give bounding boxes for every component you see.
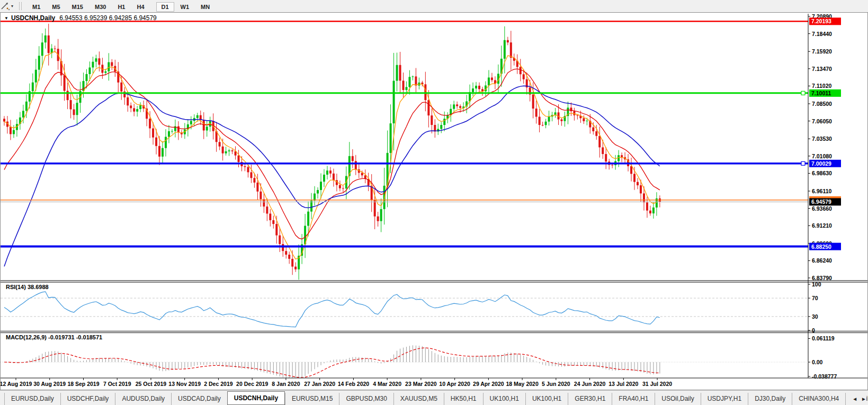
price-chart-canvas[interactable]: 7.208907.184407.159207.134707.110207.085… [1,13,867,389]
svg-text:2 Dec 2019: 2 Dec 2019 [204,381,232,387]
chart-symbol-label: USDCNH,Daily [11,14,55,22]
macd-panel [1,345,808,379]
chart-title: ▼USDCNH,Daily6.94553 6.95239 6.94285 6.9… [4,14,157,22]
svg-text:20 Dec 2019: 20 Dec 2019 [236,381,268,387]
horizontal-lines-layer [1,21,808,246]
timeframe-button-M5[interactable]: M5 [47,2,65,12]
tab-eurusd-m15[interactable]: EURUSD,M15 [285,393,339,405]
svg-text:6.98630: 6.98630 [812,170,832,176]
tab-scroll-right-icon[interactable]: ► [861,396,866,402]
date-axis: 12 Aug 201930 Aug 201918 Sep 20197 Oct 2… [1,378,672,387]
svg-text:6.96110: 6.96110 [812,188,832,194]
drawing-tool-icon[interactable] [1,2,10,11]
candles-layer [3,24,661,280]
tab-uk100-h1[interactable]: UK100,H1 [525,393,568,405]
timeframe-button-W1[interactable]: W1 [175,2,195,12]
svg-text:8 Jan 2020: 8 Jan 2020 [272,381,300,387]
timeframe-button-M30[interactable]: M30 [90,2,111,12]
panel-borders [1,281,867,378]
price-axis: 7.208907.184407.159207.134707.110207.085… [808,13,832,378]
tab-scroll-left-icon[interactable]: ◄ [852,396,857,402]
svg-text:14 Feb 2020: 14 Feb 2020 [338,381,370,387]
tab-china300-h4[interactable]: CHINA300,H4 [792,393,845,405]
svg-text:10 Apr 2020: 10 Apr 2020 [439,381,470,387]
chart-window: 7.208907.184407.159207.134707.110207.085… [0,12,868,390]
svg-text:25 Oct 2019: 25 Oct 2019 [136,381,167,387]
svg-text:6.86240: 6.86240 [812,257,832,264]
toolbar-grip-handle[interactable] [19,2,22,10]
symbol-tab-bar: EURUSD,DailyUSDCHF,DailyAUDUSD,DailyUSDC… [0,390,868,405]
trading-terminal: { "toolbar": { "timeframes": ["M1","M5",… [0,0,868,405]
tab-eurusd-daily[interactable]: EURUSD,Daily [4,393,60,405]
tab-uk100-h1[interactable]: UK100,H1 [483,393,525,405]
tab-ger30-h1[interactable]: GER30,H1 [568,393,612,405]
svg-text:7.08500: 7.08500 [812,101,832,107]
tab-usdcnh-daily[interactable]: USDCNH,Daily [227,391,285,405]
svg-text:30: 30 [812,313,818,320]
svg-text:24 Jun 2020: 24 Jun 2020 [574,381,606,387]
svg-text:-0.038777: -0.038777 [812,373,837,380]
tab-xauusd-m5[interactable]: XAUUSD,M5 [393,393,444,405]
svg-text:7.00029: 7.00029 [811,160,831,167]
svg-text:29 Apr 2020: 29 Apr 2020 [473,381,504,387]
svg-text:27 Jan 2020: 27 Jan 2020 [304,381,335,387]
svg-text:6.94579: 6.94579 [811,199,831,205]
svg-text:18 Sep 2019: 18 Sep 2019 [67,381,99,387]
svg-text:4 Mar 2020: 4 Mar 2020 [373,381,401,387]
svg-text:7.03530: 7.03530 [812,136,832,142]
svg-text:6.91210: 6.91210 [812,222,832,229]
ma-fast-line [4,51,660,259]
chart-ohlc-values: 6.94553 6.95239 6.94285 6.94579 [59,14,157,22]
svg-text:7.01080: 7.01080 [812,153,832,159]
svg-text:31 Jul 2020: 31 Jul 2020 [642,381,672,387]
window-collapse-icon[interactable]: ▼ [4,16,8,21]
svg-text:13 Jul 2020: 13 Jul 2020 [609,381,638,387]
svg-text:6.83790: 6.83790 [812,275,832,281]
svg-text:13 Nov 2019: 13 Nov 2019 [168,381,201,387]
svg-text:7.15920: 7.15920 [812,48,832,55]
tab-usdchf-daily[interactable]: USDCHF,Daily [60,393,115,405]
svg-text:70: 70 [812,295,818,301]
svg-text:7.10011: 7.10011 [811,90,831,96]
chevron-down-icon[interactable]: ▾ [11,4,13,8]
svg-text:6.93660: 6.93660 [812,205,832,212]
moving-averages-layer [4,51,660,266]
rsi-indicator-label: RSI(14) 38.6988 [6,284,49,290]
svg-text:0.061119: 0.061119 [812,335,835,341]
timeframe-button-MN[interactable]: MN [195,2,215,12]
rsi-panel: 10070300 [1,281,821,334]
tab-scroll-controls: ◄ ► [849,396,866,402]
svg-text:7.20193: 7.20193 [811,18,831,24]
tab-usdjpy-h1[interactable]: USDJPY,H1 [701,393,748,405]
svg-text:5 Jun 2020: 5 Jun 2020 [542,381,570,387]
timeframe-button-M1[interactable]: M1 [27,2,46,12]
svg-text:0.00: 0.00 [812,359,823,365]
svg-text:23 Mar 2020: 23 Mar 2020 [405,381,437,387]
tab-audusd-daily[interactable]: AUDUSD,Daily [115,393,171,405]
svg-text:7.18440: 7.18440 [812,31,832,37]
rsi-line [4,292,660,327]
svg-text:18 May 2020: 18 May 2020 [506,381,538,387]
svg-text:12 Aug 2019: 12 Aug 2019 [1,381,32,387]
svg-text:7 Oct 2019: 7 Oct 2019 [103,381,131,387]
tab-hk50-h1[interactable]: HK50,H1 [444,393,483,405]
tab-dj30-daily[interactable]: DJ30,Daily [748,393,792,405]
svg-text:7.06050: 7.06050 [812,118,832,124]
timeframe-button-M15[interactable]: M15 [67,2,88,12]
tab-gbpusd-m30[interactable]: GBPUSD,M30 [339,393,393,405]
timeframe-button-D1[interactable]: D1 [156,2,174,12]
tab-fra40-h1[interactable]: FRA40,H1 [612,393,655,405]
ma-medium-line [4,69,660,239]
svg-text:6.88250: 6.88250 [811,244,831,250]
timeframe-toolbar: ▾ M1M5M15M30H1H4D1W1MN [0,0,868,13]
svg-text:7.13470: 7.13470 [812,66,832,72]
timeframe-buttons: M1M5M15M30H1H4D1W1MN [26,2,221,11]
macd-axis: 0.0611190.00-0.038777 [808,335,837,380]
timeframe-button-H4[interactable]: H4 [131,2,149,12]
macd-indicator-label: MACD(12,26,9) -0.019731 -0.018571 [6,334,102,340]
tab-usoil-daily[interactable]: USOil,Daily [655,393,700,405]
timeframe-button-H1[interactable]: H1 [112,2,130,12]
svg-text:7.11020: 7.11020 [812,83,832,89]
ma-slow-line [4,86,660,266]
tab-usdcad-daily[interactable]: USDCAD,Daily [171,393,227,405]
